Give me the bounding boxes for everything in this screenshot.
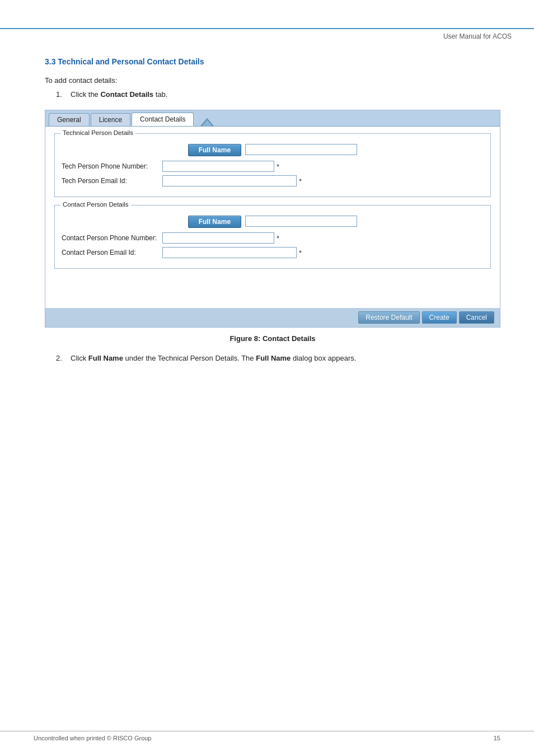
tech-phone-row: Tech Person Phone Number: * — [62, 161, 484, 172]
figure-caption: Figure 8: Contact Details — [45, 334, 500, 343]
tech-phone-label: Tech Person Phone Number: — [62, 162, 162, 170]
step-list: 1. Click the Contact Details tab. — [45, 90, 500, 99]
tab-licence[interactable]: Licence — [91, 113, 130, 126]
tab-contact-details[interactable]: Contact Details — [132, 113, 194, 126]
contact-fullname-button[interactable]: Full Name — [188, 216, 241, 228]
bottom-bar: Restore Default Create Cancel — [45, 308, 500, 327]
contact-email-row: Contact Person Email Id: * — [62, 247, 484, 258]
technical-person-section: Technical Person Details Full Name Tech … — [54, 133, 491, 197]
step-2-bold2: Full Name — [256, 354, 291, 362]
tech-email-asterisk: * — [299, 177, 302, 185]
spacer — [54, 277, 491, 299]
cancel-button[interactable]: Cancel — [459, 311, 494, 324]
tab-general[interactable]: General — [49, 113, 90, 126]
contact-person-legend: Contact Person Details — [60, 201, 131, 208]
contact-fullname-row: Full Name — [62, 216, 484, 228]
tech-email-row: Tech Person Email Id: * — [62, 175, 484, 186]
contact-fullname-input[interactable] — [245, 216, 357, 227]
step-2-num: 2. — [56, 354, 67, 362]
tech-fullname-input[interactable] — [245, 144, 357, 155]
tech-email-label: Tech Person Email Id: — [62, 177, 162, 185]
header-bar: User Manual for ACOS — [0, 28, 534, 40]
tab-content: Technical Person Details Full Name Tech … — [45, 126, 500, 308]
dialog-container: General Licence Contact Details Technica… — [45, 110, 500, 328]
tech-email-input[interactable] — [162, 175, 297, 186]
step-1: 1. Click the Contact Details tab. — [56, 90, 500, 99]
tech-phone-input[interactable] — [162, 161, 274, 172]
contact-email-asterisk: * — [299, 249, 302, 257]
footer: Uncontrolled when printed © RISCO Group … — [0, 731, 534, 745]
contact-phone-asterisk: * — [277, 234, 279, 242]
footer-left: Uncontrolled when printed © RISCO Group — [34, 735, 151, 741]
step-2: 2. Click Full Name under the Technical P… — [56, 354, 500, 362]
contact-phone-label: Contact Person Phone Number: — [62, 234, 162, 242]
main-content: 3.3 Technical and Personal Contact Detai… — [0, 40, 534, 396]
contact-email-input[interactable] — [162, 247, 297, 258]
step-2-bold1: Full Name — [88, 354, 123, 362]
contact-phone-row: Contact Person Phone Number: * — [62, 232, 484, 244]
section-heading: 3.3 Technical and Personal Contact Detai… — [45, 57, 500, 66]
figure-caption-bold: Figure 8: Contact Details — [229, 334, 315, 343]
tab-triangle-decoration — [200, 118, 214, 126]
create-button[interactable]: Create — [422, 311, 457, 324]
tab-bar: General Licence Contact Details — [45, 110, 500, 126]
restore-default-button[interactable]: Restore Default — [358, 311, 419, 324]
step-2-text: Click Full Name under the Technical Pers… — [71, 354, 356, 362]
step-1-bold: Contact Details — [100, 90, 153, 99]
footer-page: 15 — [494, 735, 500, 741]
contact-person-section: Contact Person Details Full Name Contact… — [54, 205, 491, 269]
header-title: User Manual for ACOS — [443, 32, 512, 40]
contact-email-label: Contact Person Email Id: — [62, 249, 162, 256]
tech-fullname-row: Full Name — [62, 144, 484, 156]
step-list-2: 2. Click Full Name under the Technical P… — [45, 354, 500, 362]
tech-phone-asterisk: * — [277, 162, 279, 171]
tech-fullname-button[interactable]: Full Name — [188, 144, 241, 156]
contact-person-form: Full Name Contact Person Phone Number: *… — [62, 216, 484, 258]
intro-text: To add contact details: — [45, 76, 500, 85]
step-1-text: Click the Contact Details tab. — [71, 90, 167, 99]
contact-phone-input[interactable] — [162, 232, 274, 244]
step-1-num: 1. — [56, 90, 67, 99]
technical-person-form: Full Name Tech Person Phone Number: * Te… — [62, 144, 484, 186]
technical-person-legend: Technical Person Details — [60, 129, 135, 136]
